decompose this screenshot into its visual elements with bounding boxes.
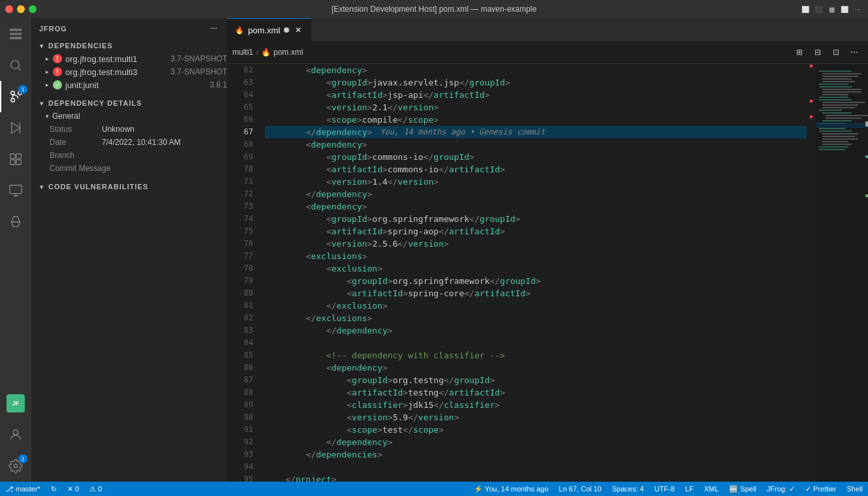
code-vulnerabilities-header[interactable]: CODE VULNERABILITIES — [31, 180, 227, 193]
sidebar-header-actions: ⋯ — [209, 23, 219, 34]
editor-gutter — [807, 64, 816, 482]
code-line-93: </dependencies> — [265, 448, 807, 461]
activity-search[interactable] — [0, 50, 31, 81]
code-line-77: <exclusions> — [265, 250, 807, 262]
line-number-85: 85 — [227, 349, 253, 362]
tab-close-btn[interactable]: ✕ — [293, 25, 303, 35]
sidebar-more-btn[interactable]: ⋯ — [209, 23, 219, 34]
activity-source-control[interactable]: 1 — [0, 81, 31, 112]
status-eol[interactable]: LF — [680, 482, 699, 496]
details-date-row: Date 7/4/2022, 10:41:30 AM — [31, 136, 227, 149]
status-encoding[interactable]: UTF-8 — [649, 482, 680, 496]
line-number-80: 80 — [227, 287, 253, 300]
breadcrumb-part1: multi1 — [232, 48, 253, 57]
code-line-83: </dependency> — [265, 324, 807, 337]
tab-pom-xml[interactable]: 🔥 pom.xml ✕ — [227, 18, 312, 41]
line-number-83: 83 — [227, 324, 253, 337]
tree-item-dep1[interactable]: ▸ ! org.jfrog.test:multi1 3.7-SNAPSHOT 👁 — [31, 52, 227, 65]
status-spell[interactable]: 🔤 Spell — [724, 482, 762, 496]
dependency-details-chevron — [37, 98, 47, 108]
layout-split-icon[interactable]: ⬛ — [813, 4, 824, 14]
line-number-70: 70 — [227, 163, 253, 176]
line-number-93: 93 — [227, 448, 253, 461]
status-cursor[interactable]: Ln 67, Col 10 — [553, 482, 606, 496]
line-number-92: 92 — [227, 436, 253, 448]
activity-run[interactable] — [0, 112, 31, 144]
close-button[interactable] — [5, 5, 13, 13]
window-title: [Extension Development Host] pom.xml — m… — [332, 5, 536, 14]
more-actions-icon[interactable]: ⋯ — [852, 4, 863, 14]
activity-settings[interactable]: 1 — [0, 450, 31, 482]
status-spaces[interactable]: Spaces: 4 — [607, 482, 649, 496]
layout-icon[interactable]: ⬜ — [800, 4, 811, 14]
more-actions-btn[interactable]: ⋯ — [846, 44, 863, 61]
svg-rect-45 — [865, 155, 868, 158]
line-number-81: 81 — [227, 300, 253, 312]
branch-text: master* — [16, 485, 40, 493]
general-subsection-header[interactable]: ▾ General — [31, 110, 227, 123]
editor-area: 🔥 pom.xml ✕ multi1 › 🔥 pom.xml ⊞ ⊟ ⊡ ⋯ — [227, 18, 868, 482]
activity-account[interactable] — [0, 419, 31, 450]
activity-remote[interactable] — [0, 175, 31, 206]
status-prettier[interactable]: ✓ Prettier — [800, 482, 841, 496]
status-sync[interactable]: ↻ — [46, 482, 62, 496]
dependencies-section-header[interactable]: DEPENDENCIES — [31, 39, 227, 52]
svg-point-11 — [14, 464, 18, 468]
svg-rect-8 — [16, 160, 21, 164]
svg-rect-39 — [822, 141, 848, 142]
code-line-84 — [265, 337, 807, 349]
activity-jfrog[interactable]: JF — [0, 388, 31, 419]
activity-explorer[interactable] — [0, 18, 31, 50]
tab-label: pom.xml — [248, 25, 280, 35]
svg-rect-25 — [822, 102, 865, 103]
status-git-info[interactable]: ⚡ You, 14 months ago — [469, 482, 553, 496]
dependencies-section: DEPENDENCIES ▸ ! org.jfrog.test:multi1 3… — [31, 39, 227, 91]
svg-rect-43 — [816, 123, 868, 128]
sidebar-title: JFROG — [39, 25, 67, 33]
status-language[interactable]: XML — [699, 482, 724, 496]
code-content[interactable]: <dependency> <groupId>javax.servlet.jsp<… — [260, 64, 807, 482]
status-errors[interactable]: ✕ 0 — [62, 482, 84, 496]
code-line-70: <artifactId>commons-io</artifactId> — [265, 163, 807, 176]
svg-marker-4 — [12, 123, 20, 134]
code-vuln-label: CODE VULNERABILITIES — [48, 183, 148, 191]
svg-rect-31 — [826, 117, 861, 119]
layout-sidebar-icon[interactable]: ⬜ — [839, 4, 850, 14]
window-controls[interactable] — [5, 5, 37, 13]
code-line-65: <version>2.1</version> — [265, 101, 807, 114]
sidebar-header: JFROG ⋯ — [31, 18, 227, 39]
line-number-69: 69 — [227, 151, 253, 163]
maximize-button[interactable] — [29, 5, 37, 13]
activity-bar: 1 JF — [0, 18, 31, 482]
jfrog-status-text: JFrog: ✓ — [767, 485, 795, 493]
activity-extensions[interactable] — [0, 144, 31, 175]
split-editor-btn[interactable]: ⊞ — [791, 44, 808, 61]
tree-item-dep2[interactable]: ▸ ! org.jfrog.test:multi3 3.7-SNAPSHOT — [31, 65, 227, 78]
dependency-details-header[interactable]: DEPENDENCY DETAILS — [31, 97, 227, 110]
status-branch[interactable]: ⎇ master* — [0, 482, 46, 496]
activity-testing[interactable] — [0, 206, 31, 238]
settings-badge: 1 — [18, 454, 27, 463]
status-warnings[interactable]: ⚠ 0 — [84, 482, 107, 496]
editor-toolbar-icons: ⊞ ⊟ ⊡ ⋯ — [791, 44, 863, 61]
dependency-details-section: DEPENDENCY DETAILS ▾ General Status Unkn… — [31, 97, 227, 175]
line-number-95: 95 — [227, 473, 253, 482]
svg-rect-32 — [822, 120, 852, 121]
svg-rect-23 — [819, 97, 848, 98]
svg-rect-16 — [822, 78, 852, 80]
open-file-btn[interactable]: ⊡ — [828, 44, 845, 61]
code-line-87: <groupId>org.testng</groupId> — [265, 374, 807, 386]
minimize-button[interactable] — [17, 5, 25, 13]
tree-item-dep3[interactable]: ▸ ✓ junit:junit 3.8.1 — [31, 78, 227, 91]
dependencies-label: DEPENDENCIES — [48, 42, 113, 50]
open-changes-btn[interactable]: ⊟ — [809, 44, 826, 61]
commit-label: Commit Message — [50, 164, 121, 173]
status-jfrog[interactable]: JFrog: ✓ — [762, 482, 800, 496]
code-editor[interactable]: 6263646566676869707172737475767778798081… — [227, 64, 868, 482]
layout-grid-icon[interactable]: ▦ — [826, 4, 837, 14]
code-line-85: <!-- dependency with classifier --> — [265, 349, 807, 362]
status-shell[interactable]: Shell — [842, 482, 868, 496]
line-number-87: 87 — [227, 374, 253, 386]
svg-rect-27 — [822, 107, 855, 108]
code-line-74: <groupId>org.springframework</groupId> — [265, 213, 807, 225]
